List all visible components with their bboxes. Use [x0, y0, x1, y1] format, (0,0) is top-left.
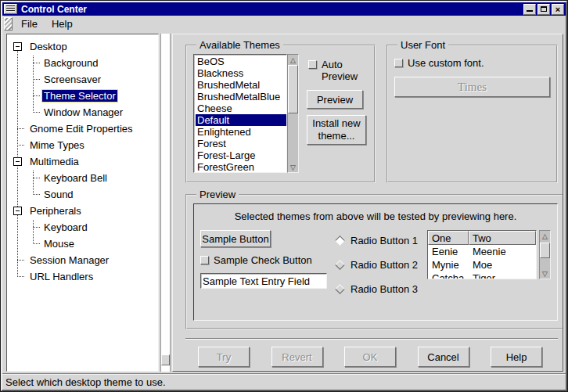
theme-list-scrollbar[interactable]: △ ▽: [287, 54, 299, 173]
sample-check-label: Sample Check Button: [214, 254, 312, 266]
titlebar[interactable]: Control Center ×: [2, 2, 566, 16]
pane-gutter[interactable]: [160, 34, 171, 372]
menu-file[interactable]: File: [14, 16, 45, 31]
theme-list[interactable]: BeOS Blackness BrushedMetal BrushedMetal…: [193, 54, 287, 173]
install-new-theme-button[interactable]: Install new theme...: [307, 115, 366, 145]
maximize-icon: [541, 6, 547, 12]
help-button[interactable]: Help: [491, 347, 542, 367]
tree-expander-icon[interactable]: [13, 42, 22, 51]
capplet-tree[interactable]: Desktop Background Screensaver Theme Sel…: [6, 34, 159, 372]
close-button[interactable]: ×: [552, 4, 564, 15]
use-custom-font-label: Use custom font.: [408, 57, 484, 69]
radio-label-3: Radio Button 3: [351, 283, 418, 295]
tree-item-window-manager[interactable]: Window Manager: [7, 104, 158, 120]
minimize-icon: [527, 5, 533, 12]
tree-item-screensaver[interactable]: Screensaver: [7, 71, 158, 88]
window-menu-icon: [6, 5, 15, 13]
theme-list-item[interactable]: Forest: [196, 138, 286, 149]
radio-label-1: Radio Button 1: [351, 235, 418, 246]
sample-text-entry[interactable]: [200, 273, 327, 289]
theme-list-item[interactable]: BeOS: [196, 56, 286, 67]
minimize-button[interactable]: [523, 4, 536, 15]
tree-item-mime-types[interactable]: Mime Types: [7, 137, 158, 153]
available-themes-legend: Available Themes: [196, 39, 283, 51]
scroll-up-icon[interactable]: △: [288, 55, 298, 65]
scroll-down-icon[interactable]: ▽: [540, 268, 550, 279]
radio-row-2[interactable]: Radio Button 2: [335, 256, 427, 273]
tree-item-keyboard-bell[interactable]: Keyboard Bell: [7, 170, 158, 186]
menu-help[interactable]: Help: [45, 16, 80, 31]
scrollbar-track[interactable]: [540, 241, 550, 268]
auto-preview-checkbox-row[interactable]: Auto Preview: [308, 59, 368, 82]
tree-item-url-handlers[interactable]: URL Handlers: [7, 268, 158, 285]
radio-row-3[interactable]: Radio Button 3: [335, 280, 427, 297]
table-row[interactable]: Catcha Tiger: [428, 272, 536, 279]
tree-item-desktop[interactable]: Desktop: [7, 38, 158, 55]
use-custom-font-row[interactable]: Use custom font.: [394, 57, 550, 69]
revert-button[interactable]: Revert: [271, 347, 323, 367]
table-row[interactable]: Mynie Moe: [428, 258, 536, 272]
tree-item-gnome-edit-properties[interactable]: Gnome Edit Properties: [7, 120, 158, 137]
menubar-drag-handle[interactable]: [4, 17, 13, 31]
scrollbar-thumb[interactable]: [288, 65, 298, 113]
tree-item-peripherals[interactable]: Peripherals: [7, 203, 158, 219]
tree-item-mouse[interactable]: Mouse: [7, 236, 158, 252]
preview-frame: Preview Selected themes from above will …: [185, 189, 563, 329]
close-icon: ×: [555, 5, 560, 13]
tree-item-multimedia[interactable]: Multimedia: [7, 153, 158, 170]
preview-button[interactable]: Preview: [307, 90, 363, 109]
tree-item-theme-selector[interactable]: Theme Selector: [7, 88, 158, 104]
scroll-up-icon[interactable]: △: [540, 231, 550, 241]
theme-list-item[interactable]: Enlightened: [196, 126, 286, 138]
window-menu-button[interactable]: [4, 4, 17, 14]
theme-list-item[interactable]: BrushedMetalBlue: [196, 91, 286, 102]
auto-preview-checkbox[interactable]: [308, 60, 317, 69]
theme-list-item[interactable]: Cheese: [196, 102, 286, 114]
maximize-button[interactable]: [537, 4, 550, 15]
sample-check-row[interactable]: Sample Check Button: [200, 254, 335, 266]
font-picker-button[interactable]: Times: [394, 77, 550, 97]
column-header-one[interactable]: One: [428, 231, 469, 245]
tree-item-keyboard[interactable]: Keyboard: [7, 219, 158, 236]
preview-message: Selected themes from above will be teste…: [200, 210, 551, 222]
sample-list-body[interactable]: Eenie Meenie Mynie Moe Catch: [428, 245, 536, 279]
use-custom-font-checkbox[interactable]: [394, 59, 403, 67]
try-button[interactable]: Try: [198, 347, 250, 367]
main-content: Desktop Background Screensaver Theme Sel…: [2, 32, 566, 373]
tree-item-background[interactable]: Background: [7, 55, 158, 71]
radio-row-1[interactable]: Radio Button 1: [335, 232, 427, 249]
ok-button[interactable]: OK: [344, 347, 396, 367]
window-frame: Control Center × File Help: [1, 1, 567, 391]
tree-expander-icon[interactable]: [13, 207, 22, 215]
window-title: Control Center: [21, 4, 522, 15]
tree-item-session-manager[interactable]: Session Manager: [7, 252, 158, 268]
radio-icon[interactable]: [335, 260, 345, 270]
column-header-two[interactable]: Two: [469, 231, 536, 245]
sample-button[interactable]: Sample Button: [200, 230, 271, 247]
pane-resize-handle[interactable]: [161, 354, 170, 365]
status-text: Select which desktop theme to use.: [5, 376, 166, 388]
cancel-button[interactable]: Cancel: [418, 347, 469, 367]
scrollbar-thumb[interactable]: [540, 243, 550, 258]
available-themes-frame: Available Themes BeOS Blackness BrushedM…: [185, 39, 376, 183]
theme-list-item[interactable]: Forest-Large: [196, 149, 286, 161]
table-row[interactable]: Eenie Meenie: [428, 245, 536, 258]
sample-list[interactable]: One Two Eenie Meenie: [427, 230, 537, 279]
sample-list-scrollbar[interactable]: △ ▽: [539, 230, 551, 279]
theme-list-item-selected[interactable]: Default: [196, 114, 286, 126]
theme-list-item[interactable]: BrushedMetal: [196, 79, 286, 91]
scrollbar-track[interactable]: [288, 65, 298, 162]
theme-list-item[interactable]: Blackness: [196, 67, 286, 79]
tree-expander-icon[interactable]: [13, 157, 22, 166]
scroll-down-icon[interactable]: ▽: [288, 162, 298, 172]
radio-icon[interactable]: [335, 236, 345, 246]
menubar: File Help: [2, 16, 566, 32]
user-font-legend: User Font: [397, 39, 448, 51]
control-center-window: Control Center × File Help: [0, 0, 568, 392]
radio-icon[interactable]: [335, 284, 345, 294]
theme-list-item[interactable]: ForestGreen: [196, 161, 286, 173]
theme-selector-panel: Available Themes BeOS Blackness BrushedM…: [172, 34, 563, 372]
tree-item-sound[interactable]: Sound: [7, 186, 158, 203]
sample-checkbox[interactable]: [200, 256, 209, 264]
auto-preview-label: Auto Preview: [322, 59, 368, 82]
